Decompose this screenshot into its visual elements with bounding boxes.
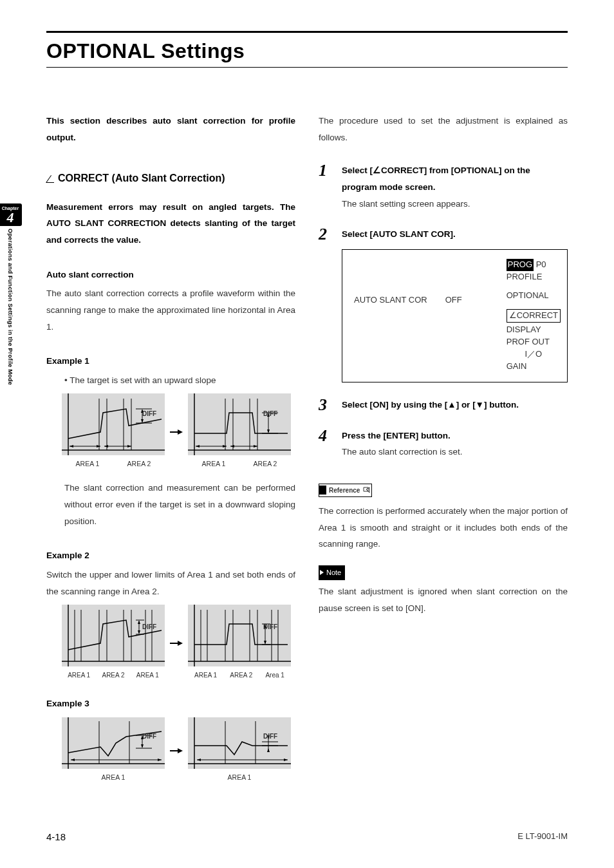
diff-label: DIFF (263, 408, 277, 420)
svg-marker-34 (230, 445, 234, 448)
graph-ex2-after (188, 605, 291, 666)
svg-marker-93 (284, 759, 288, 761)
menu-profout: PROF OUT (507, 336, 561, 348)
screen-param-name: AUTO SLANT COR (354, 292, 427, 308)
graph-ex3-after-labels: AREA 1 (188, 771, 291, 784)
label-area1: AREA 1 (228, 771, 252, 784)
step-title: Press the [ENTER] button. (342, 428, 568, 444)
note-triangle-icon (320, 570, 324, 575)
svg-marker-81 (178, 748, 183, 753)
auto-slant-para: The auto slant correction corrects a pro… (46, 285, 295, 335)
intro-text: This section describes auto slant correc… (46, 113, 295, 146)
menu-profile: PROFILE (507, 271, 561, 283)
svg-marker-32 (223, 445, 227, 448)
menu-display: DISPLAY (507, 324, 561, 336)
graph-ex1-before-labels: AREA 1 AREA 2 (62, 458, 165, 471)
diff-label: DIFF (142, 621, 156, 633)
graph-ex2-before-labels: AREA 1 AREA 2 AREA 1 (62, 669, 165, 681)
arrow-icon (170, 640, 183, 646)
arrow-icon (170, 748, 183, 754)
graph-ex2-before (62, 605, 165, 666)
label-area1: AREA 1 (76, 458, 100, 471)
step-desc: The auto slant correction is set. (342, 444, 568, 460)
example1-graphs: AREA 1 AREA 2 (62, 393, 295, 471)
subheading-auto-slant: Auto slant correction (46, 267, 295, 283)
reference-tag-square (319, 486, 326, 495)
step-1: 1 Select [∠CORRECT] from [OPTIONAL] on t… (319, 162, 568, 212)
graph-ex3-before (62, 717, 165, 769)
diff-label: DIFF (142, 408, 156, 420)
svg-marker-15 (104, 445, 108, 448)
page-title: OPTIONAL Settings (46, 39, 568, 63)
section-lead: Measurement errors may result on angled … (46, 199, 295, 249)
step-number: 4 (319, 428, 333, 460)
example1-bullet: • The target is set with an upward slope (46, 372, 295, 389)
menu-correct: ∠CORRECT (507, 309, 561, 323)
svg-marker-79 (158, 759, 162, 761)
section-heading-text: CORRECT (Auto Slant Correction) (58, 169, 225, 188)
angle-icon (46, 174, 55, 183)
graph-ex1-after (188, 393, 291, 455)
graph-ex1-before (62, 393, 165, 455)
svg-marker-18 (178, 429, 183, 435)
svg-marker-35 (254, 445, 257, 448)
right-intro: The procedure used to set the adjustment… (319, 113, 568, 146)
svg-marker-31 (196, 445, 200, 448)
step-list: 1 Select [∠CORRECT] from [OPTIONAL] on t… (319, 162, 568, 460)
label-area1b: Area 1 (265, 669, 284, 681)
two-column-layout: This section describes auto slant correc… (46, 113, 568, 788)
example2-title: Example 2 (46, 547, 295, 564)
page-number: 4-18 (46, 831, 66, 842)
reference-tag: Reference (319, 484, 372, 497)
note-tag-text: Note (326, 566, 341, 580)
graph-ex3-after (188, 717, 291, 769)
label-area2: AREA 2 (230, 669, 252, 681)
label-area1: AREA 1 (202, 458, 226, 471)
screen-diagram: AUTO SLANT COR OFF PROG P0 PROFILE OPTIO… (342, 249, 568, 382)
step-title: Select [ON] by using the [▲] or [▼] butt… (342, 397, 568, 413)
svg-marker-13 (97, 445, 100, 448)
step-4: 4 Press the [ENTER] button. The auto sla… (319, 428, 568, 460)
step-3: 3 Select [ON] by using the [▲] or [▼] bu… (319, 397, 568, 413)
svg-marker-12 (70, 445, 73, 448)
title-underline (46, 67, 568, 68)
right-column: The procedure used to set the adjustment… (319, 113, 568, 788)
label-area1: AREA 1 (102, 771, 126, 784)
title-top-rule (46, 31, 568, 33)
screen-menu: PROG P0 PROFILE OPTIONAL ∠CORRECT DISPLA… (507, 259, 561, 373)
step-title: Select [∠CORRECT] from [OPTIONAL] on the… (342, 162, 568, 195)
menu-gain: GAIN (507, 361, 561, 373)
svg-marker-92 (197, 759, 201, 761)
chapter-side-tab: Chapter 4 Operations and Function Settin… (0, 203, 21, 385)
arrow-icon (170, 429, 183, 435)
chapter-box: Chapter 4 (0, 203, 22, 226)
label-area1: AREA 1 (136, 669, 159, 681)
label-area1: AREA 1 (68, 669, 90, 681)
left-column: This section describes auto slant correc… (46, 113, 295, 788)
step-title: Select [AUTO SLANT COR]. (342, 226, 568, 243)
menu-prog: PROG (507, 259, 534, 271)
svg-marker-78 (71, 759, 75, 761)
graph-ex3-before-labels: AREA 1 (62, 771, 165, 784)
svg-marker-52 (178, 641, 183, 646)
svg-marker-16 (127, 445, 131, 448)
diff-label: DIFF (263, 730, 277, 742)
graph-ex2-after-labels: AREA 1 AREA 2 Area 1 (188, 669, 291, 681)
graph-ex1-after-labels: AREA 1 AREA 2 (188, 458, 291, 471)
example1-title: Example 1 (46, 353, 295, 370)
example1-desc: The slant correction and measurement can… (46, 480, 295, 529)
screen-param-value: OFF (445, 292, 462, 308)
menu-p0: P0 (536, 259, 546, 269)
note-tag: Note (319, 565, 345, 580)
label-area2: AREA 2 (254, 458, 277, 471)
example2-para: Switch the upper and lower limits of Are… (46, 567, 295, 599)
document-id: E LT-9001-IM (517, 831, 568, 842)
label-area2: AREA 2 (102, 669, 124, 681)
section-heading: CORRECT (Auto Slant Correction) (46, 169, 295, 188)
menu-optional: OPTIONAL (507, 290, 561, 302)
example3-title: Example 3 (46, 695, 295, 712)
reference-tag-text: Reference (326, 484, 362, 496)
diff-label: DIFF (142, 730, 156, 742)
menu-io: I／O (507, 348, 561, 361)
step-desc: The slant setting screen appears. (342, 196, 568, 212)
